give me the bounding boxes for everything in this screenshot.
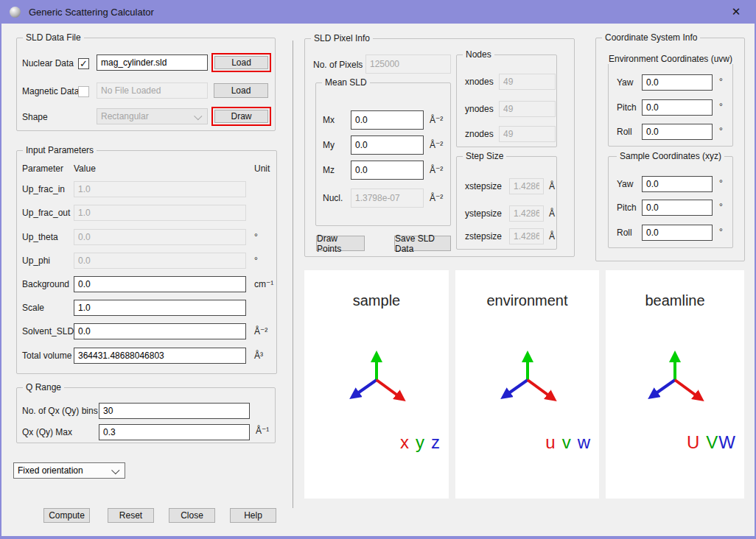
- window-border-bottom: [0, 536, 756, 539]
- param-label: Up_frac_in: [22, 184, 65, 194]
- up-frac-out-input: [74, 205, 246, 221]
- param-unit: °: [254, 256, 258, 266]
- environment-axis-letters: uvw: [545, 432, 590, 453]
- smp-yaw-unit: °: [719, 178, 723, 189]
- param-label: Up_theta: [22, 232, 58, 242]
- beamline-axis-letters: UVW: [687, 432, 735, 453]
- beamline-axes-panel: beamline UVW: [606, 270, 744, 499]
- sample-axes-panel: sample xyz: [304, 270, 449, 499]
- generic-scattering-calculator-window: Generic Scattering Calculator ✕ SLD Data…: [0, 0, 756, 539]
- smp-roll-input[interactable]: [642, 225, 713, 241]
- ynodes-input: [499, 101, 556, 117]
- save-sld-data-button[interactable]: Save SLD Data: [394, 236, 451, 251]
- smp-pitch-label: Pitch: [617, 202, 637, 213]
- check-icon: ✓: [80, 58, 88, 69]
- scale-input[interactable]: [74, 300, 246, 316]
- xstepsize-label: xstepsize: [465, 181, 502, 191]
- param-unit: cm⁻¹: [254, 279, 273, 289]
- environment-coordinates-title: Environment Coordinates (uvw): [606, 54, 735, 64]
- my-input[interactable]: [351, 135, 424, 155]
- param-unit: Å⁻²: [254, 326, 267, 337]
- background-input[interactable]: [74, 276, 246, 292]
- mz-unit: Å⁻²: [430, 165, 443, 175]
- chevron-down-icon: [111, 466, 119, 474]
- smp-roll-unit: °: [719, 227, 723, 237]
- mz-input[interactable]: [351, 161, 424, 180]
- column-header-unit: Unit: [254, 163, 270, 174]
- beamline-axes-icon: [631, 340, 719, 414]
- shape-dropdown-value: Rectangular: [101, 111, 149, 121]
- no-of-pixels-input: [365, 54, 451, 74]
- reset-button[interactable]: Reset: [108, 508, 154, 523]
- param-label: Up_frac_out: [22, 208, 70, 218]
- nucl-label: Nucl.: [323, 193, 343, 203]
- app-icon: [10, 7, 21, 18]
- magnetic-data-checkbox[interactable]: [78, 86, 89, 97]
- env-pitch-input[interactable]: [642, 99, 713, 116]
- param-label: Total volume: [22, 350, 71, 361]
- chevron-down-icon: [194, 112, 202, 120]
- xnodes-input: [499, 74, 556, 90]
- nuclear-data-file-input[interactable]: [97, 54, 208, 71]
- ystepsize-label: ystepsize: [465, 208, 502, 219]
- my-label: My: [323, 140, 335, 150]
- up-frac-in-input: [74, 181, 246, 197]
- env-yaw-input[interactable]: [642, 74, 713, 91]
- total-volume-input[interactable]: [74, 348, 246, 364]
- znodes-label: znodes: [465, 129, 494, 139]
- zstepsize-unit: Å: [549, 231, 555, 242]
- param-label: Background: [22, 279, 69, 289]
- mz-label: Mz: [323, 165, 335, 175]
- up-phi-input: [74, 253, 246, 269]
- no-of-pixels-label: No. of Pixels: [313, 60, 363, 70]
- nuclear-data-checkbox[interactable]: ✓: [78, 58, 89, 69]
- solvent-sld-input[interactable]: [74, 323, 246, 339]
- nuclear-load-button[interactable]: Load: [214, 56, 268, 69]
- environment-axes-icon: [483, 340, 572, 414]
- param-label: Scale: [22, 303, 44, 313]
- draw-points-button[interactable]: Draw Points: [316, 236, 365, 251]
- env-roll-label: Roll: [617, 127, 632, 137]
- sld-data-file-group-title: SLD Data File: [23, 32, 84, 43]
- up-theta-input: [74, 229, 246, 245]
- orientation-dropdown[interactable]: Fixed orientation: [13, 462, 125, 479]
- mx-input[interactable]: [351, 110, 424, 130]
- compute-button[interactable]: Compute: [43, 508, 90, 523]
- smp-yaw-input[interactable]: [642, 176, 713, 192]
- qx-max-label: Qx (Qy) Max: [22, 427, 72, 437]
- env-pitch-label: Pitch: [617, 102, 637, 113]
- my-unit: Å⁻²: [430, 140, 443, 150]
- close-button[interactable]: Close: [169, 508, 215, 523]
- mean-sld-group-title: Mean SLD: [322, 77, 370, 88]
- q-range-group-title: Q Range: [23, 382, 64, 392]
- env-yaw-unit: °: [719, 77, 723, 87]
- magnetic-load-button[interactable]: Load: [214, 83, 268, 98]
- smp-pitch-input[interactable]: [642, 200, 713, 216]
- qx-max-input[interactable]: [99, 424, 250, 440]
- close-window-button[interactable]: ✕: [721, 0, 752, 24]
- titlebar: Generic Scattering Calculator ✕: [0, 0, 756, 24]
- environment-panel-title: environment: [455, 292, 599, 309]
- xstepsize-input: [509, 178, 544, 194]
- param-label: Up_phi: [22, 256, 50, 266]
- xnodes-label: xnodes: [465, 77, 494, 87]
- env-yaw-label: Yaw: [617, 77, 633, 88]
- qx-bins-input[interactable]: [99, 403, 250, 419]
- help-button[interactable]: Help: [230, 508, 276, 523]
- ynodes-label: ynodes: [465, 104, 494, 114]
- orientation-dropdown-value: Fixed orientation: [18, 465, 83, 476]
- input-parameters-group-title: Input Parameters: [23, 145, 97, 155]
- smp-pitch-unit: °: [719, 202, 723, 212]
- zstepsize-label: zstepsize: [465, 231, 502, 242]
- sample-axis-letters: xyz: [400, 432, 440, 453]
- env-pitch-unit: °: [719, 102, 723, 112]
- vertical-separator: [293, 40, 293, 508]
- mx-unit: Å⁻²: [430, 115, 443, 125]
- shape-label: Shape: [22, 112, 48, 122]
- magnetic-data-file-input: [97, 82, 208, 99]
- nuclear-data-label: Nuclear Data: [22, 58, 74, 68]
- zstepsize-input: [509, 228, 544, 244]
- env-roll-input[interactable]: [642, 124, 713, 140]
- draw-button[interactable]: Draw: [214, 110, 268, 123]
- nucl-input: [351, 189, 424, 208]
